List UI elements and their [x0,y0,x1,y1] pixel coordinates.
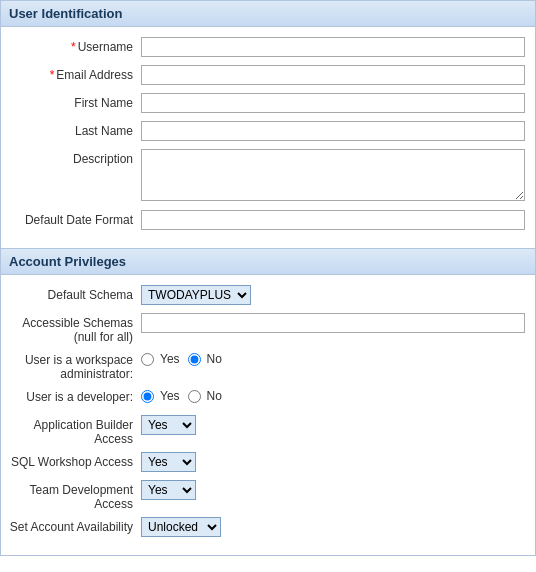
dateformat-input-wrap [141,210,535,230]
accessible-schemas-input[interactable] [141,313,525,333]
user-identification-content: *Username *Email Address First Name Last… [1,27,535,248]
account-privileges-section: Account Privileges Default Schema TWODAY… [0,249,536,556]
user-identification-title: User Identification [9,6,122,21]
default-schema-row: Default Schema TWODAYPLUS OTHER [1,285,535,307]
workspace-admin-label: User is a workspace administrator: [1,350,141,381]
username-input[interactable] [141,37,525,57]
firstname-input-wrap [141,93,535,113]
workspace-admin-wrap: Yes No [141,350,535,366]
lastname-input-wrap [141,121,535,141]
accessible-schemas-wrap [141,313,535,333]
email-row: *Email Address [1,65,535,87]
workspace-admin-no-label: No [207,352,222,366]
accessible-schemas-row: Accessible Schemas (null for all) [1,313,535,344]
email-label: *Email Address [1,65,141,82]
username-row: *Username [1,37,535,59]
email-input[interactable] [141,65,525,85]
sql-workshop-wrap: Yes No [141,452,535,472]
description-textarea[interactable] [141,149,525,201]
account-availability-select[interactable]: Unlocked Locked [141,517,221,537]
sql-workshop-label: SQL Workshop Access [1,452,141,469]
username-input-wrap [141,37,535,57]
description-row: Description [1,149,535,204]
workspace-admin-yes-label: Yes [160,352,180,366]
default-schema-label: Default Schema [1,285,141,302]
account-privileges-content: Default Schema TWODAYPLUS OTHER Accessib… [1,275,535,555]
default-schema-wrap: TWODAYPLUS OTHER [141,285,535,305]
username-label: *Username [1,37,141,54]
app-builder-select[interactable]: Yes No [141,415,196,435]
firstname-row: First Name [1,93,535,115]
workspace-admin-yes-radio[interactable] [141,353,154,366]
developer-no-radio[interactable] [188,390,201,403]
username-required-star: * [71,40,76,54]
user-identification-section: User Identification *Username *Email Add… [0,0,536,249]
default-schema-select[interactable]: TWODAYPLUS OTHER [141,285,251,305]
team-dev-select[interactable]: Yes No [141,480,196,500]
user-identification-header: User Identification [1,1,535,27]
firstname-input[interactable] [141,93,525,113]
workspace-admin-no-radio[interactable] [188,353,201,366]
description-input-wrap [141,149,535,204]
developer-row: User is a developer: Yes No [1,387,535,409]
workspace-admin-radio-group: Yes No [141,350,525,366]
description-label: Description [1,149,141,166]
lastname-row: Last Name [1,121,535,143]
team-dev-wrap: Yes No [141,480,535,500]
lastname-label: Last Name [1,121,141,138]
team-dev-row: Team Development Access Yes No [1,480,535,511]
team-dev-label: Team Development Access [1,480,141,511]
firstname-label: First Name [1,93,141,110]
lastname-input[interactable] [141,121,525,141]
developer-label: User is a developer: [1,387,141,404]
account-availability-wrap: Unlocked Locked [141,517,535,537]
account-privileges-title: Account Privileges [9,254,126,269]
developer-yes-radio[interactable] [141,390,154,403]
developer-radio-group: Yes No [141,387,525,403]
workspace-admin-row: User is a workspace administrator: Yes N… [1,350,535,381]
account-availability-label: Set Account Availability [1,517,141,534]
dateformat-row: Default Date Format [1,210,535,232]
developer-wrap: Yes No [141,387,535,403]
dateformat-input[interactable] [141,210,525,230]
dateformat-label: Default Date Format [1,210,141,227]
email-input-wrap [141,65,535,85]
account-privileges-header: Account Privileges [1,249,535,275]
account-availability-row: Set Account Availability Unlocked Locked [1,517,535,539]
app-builder-row: Application Builder Access Yes No [1,415,535,446]
sql-workshop-row: SQL Workshop Access Yes No [1,452,535,474]
developer-yes-label: Yes [160,389,180,403]
accessible-schemas-label: Accessible Schemas (null for all) [1,313,141,344]
developer-no-label: No [207,389,222,403]
app-builder-label: Application Builder Access [1,415,141,446]
sql-workshop-select[interactable]: Yes No [141,452,196,472]
email-required-star: * [50,68,55,82]
app-builder-wrap: Yes No [141,415,535,435]
